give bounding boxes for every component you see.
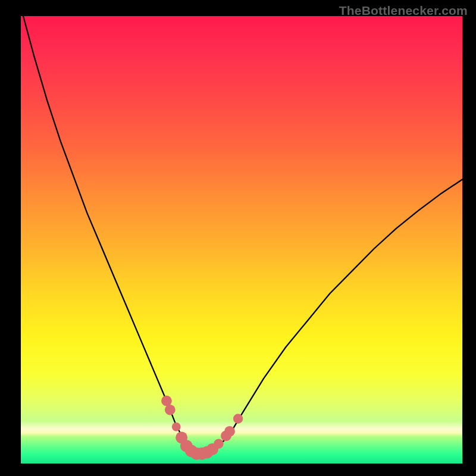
curve-marker	[233, 414, 243, 424]
plot-area	[21, 16, 462, 464]
curve-marker	[172, 422, 181, 431]
curve-marker	[214, 439, 223, 449]
curve-marker	[224, 426, 235, 437]
curve-marker	[165, 405, 176, 415]
attribution-label: TheBottlenecker.com	[339, 4, 468, 18]
chart-frame: TheBottlenecker.com	[0, 0, 476, 476]
bottleneck-curve	[21, 16, 462, 464]
